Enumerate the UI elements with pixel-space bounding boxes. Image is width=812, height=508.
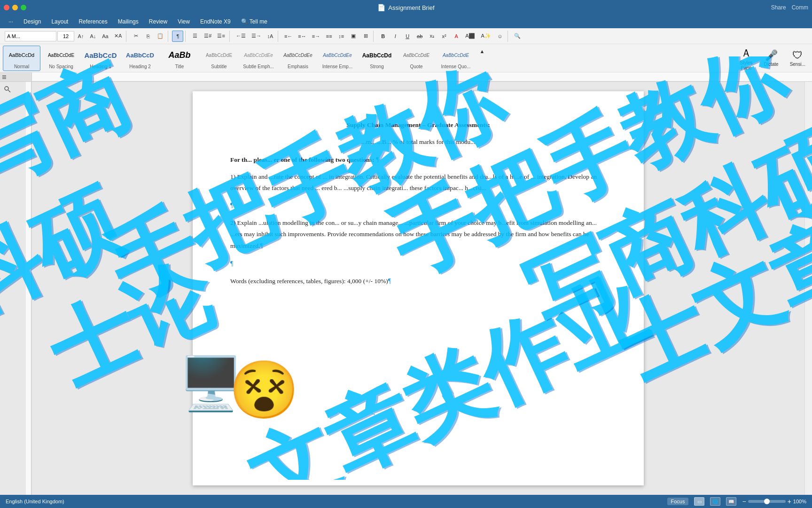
- copy-button[interactable]: ⎘: [142, 31, 154, 42]
- change-case-button[interactable]: Aa: [100, 31, 111, 42]
- style-heading2[interactable]: AaBbCcD Heading 2: [121, 46, 159, 71]
- styles-pane-label: StylesPane: [740, 60, 752, 71]
- doc-body: Supply Chain Management – Graduate Asses…: [230, 119, 606, 287]
- style-subtle-emphasis[interactable]: AaBbCcDdEe Subtle Emph...: [240, 46, 277, 71]
- style-normal[interactable]: AaBbCcDd Normal: [3, 46, 40, 71]
- toolbar2-right: Ａ StylesPane 🎤 Dictate 🛡 Sensi...: [736, 44, 809, 72]
- style-intense-emphasis[interactable]: AaBbCcDdEe Intense Emp...: [319, 46, 356, 71]
- multilevel-button[interactable]: ☰≡: [215, 31, 227, 42]
- bullets-group: ☰ ☰# ☰≡: [187, 31, 230, 42]
- style-normal-preview: AaBbCcDd: [9, 47, 34, 64]
- style-strong[interactable]: AaBbCcDd Strong: [358, 46, 396, 71]
- superscript-button[interactable]: x²: [438, 31, 450, 42]
- sensitivity-label: Sensi...: [790, 62, 805, 67]
- underline-button[interactable]: U: [402, 31, 413, 42]
- style-title-preview: AaBb: [168, 47, 190, 64]
- menu-review[interactable]: Review: [144, 17, 172, 26]
- text-effects-button[interactable]: A✨: [479, 31, 493, 42]
- bold-button[interactable]: B: [377, 31, 389, 42]
- font-name-input[interactable]: [5, 31, 56, 41]
- sensitivity-icon: 🛡: [792, 49, 803, 62]
- paste-button[interactable]: 📋: [155, 31, 166, 42]
- emoji-button[interactable]: ☺: [494, 31, 506, 42]
- window-controls: [4, 5, 26, 10]
- font-grow-button[interactable]: A↑: [75, 31, 86, 42]
- doc-area[interactable]: Supply Chain Management – Graduate Asses…: [32, 82, 804, 495]
- status-right: Focus ▭ 🌐 📖 − + 100%: [667, 497, 806, 506]
- menu-view[interactable]: View: [173, 17, 195, 26]
- clear-format-button[interactable]: ✕A: [112, 31, 124, 42]
- font-size-input[interactable]: [57, 31, 74, 41]
- search-button[interactable]: 🔍: [512, 31, 523, 42]
- find-icon[interactable]: [4, 86, 11, 95]
- zoom-slider[interactable]: [748, 500, 786, 503]
- text-color-button[interactable]: A: [451, 31, 462, 42]
- menu-endnote[interactable]: EndNote X9: [195, 17, 235, 26]
- style-subtle-label: Subtle Emph...: [243, 64, 274, 69]
- style-intense-label: Intense Emp...: [322, 64, 352, 69]
- align-left-button[interactable]: ≡←: [282, 31, 295, 42]
- main-area: Supply Chain Management – Graduate Asses…: [0, 82, 812, 495]
- increase-indent-button[interactable]: ☰→: [249, 31, 264, 42]
- cut-button[interactable]: ✂: [130, 31, 141, 42]
- menu-tellme[interactable]: 🔍 Tell me: [236, 17, 272, 26]
- menu-design[interactable]: Design: [19, 17, 46, 26]
- dictate-button[interactable]: 🎤 Dictate: [760, 48, 782, 69]
- zoom-out-button[interactable]: −: [742, 498, 746, 505]
- zoom-in-button[interactable]: +: [788, 498, 791, 505]
- svg-rect-3: [32, 72, 784, 82]
- align-center-button[interactable]: ≡↔: [296, 31, 308, 42]
- bullets-button[interactable]: ☰: [189, 31, 201, 42]
- subscript-button[interactable]: x₂: [426, 31, 437, 42]
- italic-button[interactable]: I: [390, 31, 401, 42]
- show-marks-button[interactable]: ¶: [172, 31, 183, 42]
- style-no-spacing[interactable]: AaBbCcDdE No Spacing: [42, 46, 80, 71]
- style-strong-label: Strong: [370, 64, 383, 69]
- style-emphasis[interactable]: AaBbCcDdEe Emphasis: [279, 46, 317, 71]
- style-normal-label: Normal: [14, 64, 29, 69]
- borders-button[interactable]: ⊞: [360, 31, 371, 42]
- sensitivity-button[interactable]: 🛡 Sensi...: [786, 48, 809, 69]
- focus-button[interactable]: Focus: [667, 498, 689, 505]
- numbering-button[interactable]: ☰#: [202, 31, 214, 42]
- share-button[interactable]: Share: [771, 4, 786, 11]
- menu-bar: ··· Design Layout References Mailings Re…: [0, 15, 812, 28]
- close-button[interactable]: [4, 5, 9, 10]
- menu-mailings[interactable]: Mailings: [113, 17, 143, 26]
- maximize-button[interactable]: [21, 5, 26, 10]
- styles-scroll-up[interactable]: ▲: [476, 47, 488, 56]
- ruler-toggle[interactable]: [0, 72, 8, 82]
- print-layout-button[interactable]: ▭: [694, 497, 704, 506]
- menu-references[interactable]: References: [74, 17, 112, 26]
- sort-button[interactable]: ↕A: [265, 31, 276, 42]
- doc-pilcrow1: ¶: [230, 199, 606, 211]
- menu-ellipsis[interactable]: ···: [4, 17, 18, 26]
- right-panel: [804, 82, 812, 495]
- read-view-button[interactable]: 📖: [726, 497, 736, 506]
- font-shrink-button[interactable]: A↓: [87, 31, 99, 42]
- style-heading1[interactable]: AaBbCcD Heading 1: [82, 46, 119, 71]
- dictate-label: Dictate: [764, 62, 779, 67]
- decrease-indent-button[interactable]: ←☰: [234, 31, 248, 42]
- comm-button[interactable]: Comm: [792, 4, 808, 11]
- shading-button[interactable]: ▣: [348, 31, 359, 42]
- style-emphasis-preview: AaBbCcDdEe: [283, 47, 312, 64]
- web-layout-button[interactable]: 🌐: [710, 497, 720, 506]
- minimize-button[interactable]: [12, 5, 18, 10]
- style-intense-quote[interactable]: AaBbCcDdE Intense Quo...: [437, 46, 475, 71]
- line-spacing-button[interactable]: ↕≡: [336, 31, 347, 42]
- style-subtitle[interactable]: AaBbCcDdE Subtitle: [200, 46, 238, 71]
- doc-pilcrow2: ¶: [230, 258, 606, 270]
- style-title[interactable]: AaBb Title: [161, 46, 198, 71]
- style-title-label: Title: [175, 64, 184, 69]
- doc-q2: 2) Explain ...ulation modelling in the c…: [230, 217, 606, 252]
- style-subtitle-preview: AaBbCcDdE: [206, 47, 232, 64]
- justify-button[interactable]: ≡≡: [323, 31, 335, 42]
- strikethrough-button[interactable]: ab: [414, 31, 425, 42]
- style-nospace-preview: AaBbCcDdE: [48, 47, 74, 64]
- align-right-button[interactable]: ≡→: [310, 31, 322, 42]
- highlight-button[interactable]: A⬛: [463, 31, 477, 42]
- style-quote[interactable]: AaBbCcDdE Quote: [398, 46, 435, 71]
- styles-pane-button[interactable]: Ａ StylesPane: [736, 44, 756, 72]
- menu-layout[interactable]: Layout: [47, 17, 73, 26]
